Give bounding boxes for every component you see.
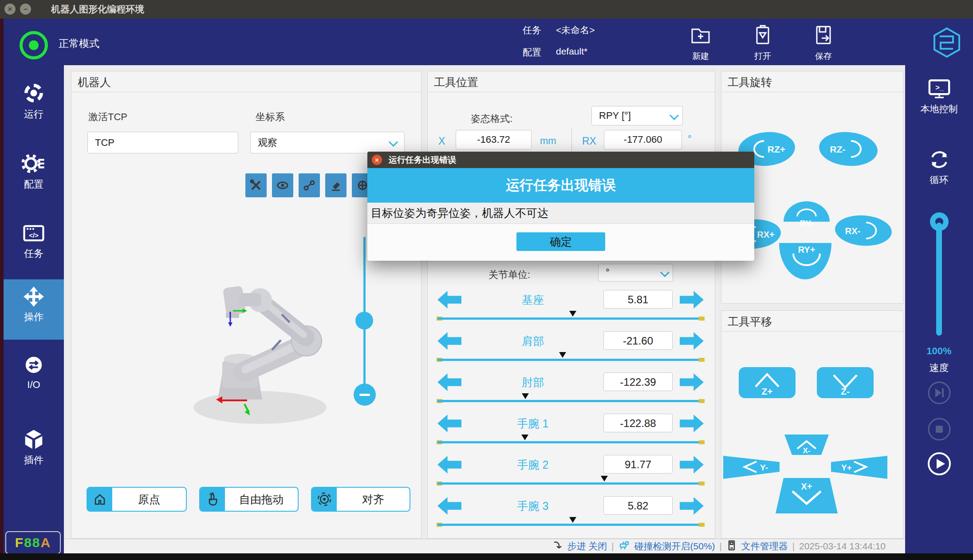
view-zoom-handle[interactable] (355, 312, 373, 329)
task-value: <未命名> (556, 24, 595, 36)
sidebar-item-config[interactable]: 配置 (4, 152, 64, 191)
joint-plus-button[interactable] (680, 415, 704, 432)
joint-value-field[interactable]: -21.60 (603, 331, 673, 350)
stop-button[interactable] (927, 417, 951, 441)
sidebar-item-label: 操作 (4, 310, 64, 324)
tcp-input[interactable]: TCP (87, 132, 238, 153)
joint-slider[interactable] (437, 397, 704, 404)
view-path-button[interactable] (299, 173, 320, 197)
joint-slider-pointer[interactable] (521, 435, 528, 440)
speed-value: 100% (905, 345, 973, 357)
joint-slider-pointer[interactable] (569, 517, 576, 523)
rx-value-field[interactable]: -177.060 (604, 130, 682, 149)
file-manager-icon (726, 540, 737, 553)
loop-arrows-icon (926, 166, 953, 173)
view-visibility-button[interactable] (272, 173, 293, 197)
task-label: 任务 (523, 24, 541, 36)
joint-slider-pointer[interactable] (569, 311, 576, 317)
open-task-button[interactable]: 打开 (738, 21, 787, 64)
window-close-button[interactable]: × (4, 4, 16, 15)
joint-value-field[interactable]: 5.82 (603, 496, 673, 515)
view-tools-button[interactable] (245, 173, 267, 197)
home-icon (87, 488, 112, 511)
zoom-out-button[interactable] (354, 384, 376, 406)
speed-slider-handle[interactable] (930, 212, 949, 231)
new-task-button[interactable]: 新建 (676, 21, 725, 64)
home-button[interactable]: 原点 (87, 487, 187, 512)
joint-value-field[interactable]: -122.39 (603, 372, 673, 391)
collision-detect-status[interactable]: 碰撞检测开启(50%) (634, 540, 715, 552)
joint-plus-button[interactable] (680, 456, 704, 474)
sidebar-item-plugin[interactable]: 插件 (4, 428, 64, 467)
svg-text:>_: >_ (935, 83, 944, 92)
joint-slider-pointer[interactable] (522, 393, 529, 399)
gear-icon (20, 170, 47, 177)
sidebar-item-label: 配置 (4, 178, 64, 191)
joint-minus-button[interactable] (437, 373, 461, 391)
mode-indicator-icon (20, 31, 48, 59)
joint-slider[interactable] (437, 315, 704, 322)
save-task-button[interactable]: 保存 (799, 21, 848, 64)
joint-plus-button[interactable] (680, 291, 704, 309)
tool-position-panel: 工具位置 姿态格式: RPY [°] X -163.72 mm RX -177.… (427, 71, 715, 539)
joint-row-base: 基座 5.81 (437, 290, 704, 309)
joint-slider-pointer[interactable] (559, 352, 566, 358)
joint-label: 肘部 (469, 372, 597, 392)
joint-plus-button[interactable] (680, 332, 704, 350)
sidebar-item-task[interactable]: </> 任务 (4, 221, 64, 260)
dialog-close-button[interactable]: × (372, 155, 382, 165)
sidebar-item-operate[interactable]: 操作 (4, 285, 64, 324)
joint-unit-label: 关节单位: (488, 268, 530, 282)
view-eraser-button[interactable] (325, 173, 347, 197)
joint-value-field[interactable]: -122.88 (603, 414, 673, 432)
frame-select[interactable]: 观察 (250, 132, 405, 153)
step-forward-button[interactable] (927, 381, 951, 405)
align-button[interactable]: 对齐 (311, 487, 410, 512)
sidebar-item-run[interactable]: 运行 (4, 82, 64, 121)
move-arrows-icon (20, 302, 47, 310)
joint-value-field[interactable]: 91.77 (603, 455, 673, 474)
joint-slider-pointer[interactable] (601, 476, 608, 482)
bottom-bar (0, 553, 973, 560)
config-label: 配置 (523, 46, 541, 59)
pose-format-select[interactable]: RPY [°] (591, 106, 683, 125)
loop-item[interactable]: 循环 (905, 147, 973, 186)
joint-slider[interactable] (437, 439, 704, 446)
sidebar-item-io[interactable]: I/O (4, 353, 64, 391)
freedrive-button[interactable]: 自由拖动 (199, 487, 299, 512)
local-control-item[interactable]: >_ 本地控制 (905, 76, 973, 115)
joint-plus-button[interactable] (680, 497, 704, 515)
joint-minus-button[interactable] (437, 497, 461, 515)
config-value: default* (556, 46, 587, 57)
window-minimize-button[interactable]: − (20, 4, 31, 15)
dialog-ok-button[interactable]: 确定 (516, 232, 605, 251)
joint-minus-button[interactable] (437, 456, 461, 474)
svg-text:</>: </> (29, 231, 39, 239)
rx-axis-label: RX (582, 135, 596, 147)
window-titlebar: × − 机器人图形化编程环境 (0, 0, 973, 19)
joint-value-field[interactable]: 5.81 (603, 290, 673, 309)
tcp-label: 激活TCP (88, 110, 127, 124)
status-bar: 步进 关闭 | 碰撞检测开启(50%) | 文件管理器 | 2025-03-14… (64, 539, 905, 553)
joint-minus-button[interactable] (437, 332, 461, 350)
joint-plus-button[interactable] (680, 373, 704, 391)
file-manager-link[interactable]: 文件管理器 (741, 540, 788, 552)
pose-format-label: 姿态格式: (471, 112, 512, 125)
device-badge: F88A (5, 531, 61, 554)
joint-slider[interactable] (437, 521, 704, 528)
play-button[interactable] (927, 452, 951, 476)
joint-row-elbow: 肘部 -122.39 (437, 372, 704, 392)
badge-letter: F (15, 535, 24, 550)
step-mode-status[interactable]: 步进 关闭 (567, 540, 607, 552)
x-value-field[interactable]: -163.72 (456, 130, 532, 149)
dialog-message: 目标位姿为奇异位姿，机器人不可达 (367, 203, 754, 224)
joint-minus-button[interactable] (437, 415, 461, 432)
collision-detect-icon (618, 540, 630, 553)
joint-minus-button[interactable] (437, 291, 461, 309)
status-timestamp: 2025-03-14 13:44:10 (799, 541, 886, 552)
joint-label: 手腕 3 (469, 496, 597, 516)
open-task-label: 打开 (738, 51, 787, 62)
speed-slider[interactable] (936, 223, 942, 336)
joint-slider[interactable] (437, 480, 704, 487)
joint-slider[interactable] (437, 356, 704, 363)
